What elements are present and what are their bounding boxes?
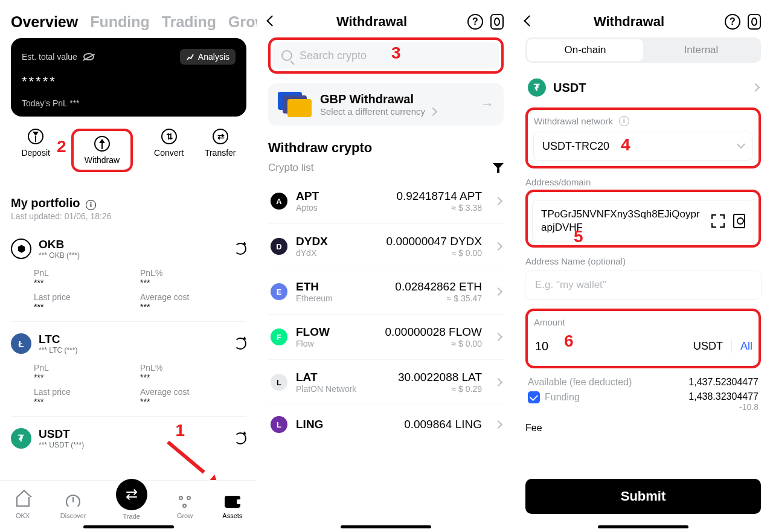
tab-assets-label: Assets <box>222 512 242 519</box>
overview-panel: Overview Funding Trading Grow Est. total… <box>0 0 257 532</box>
amount-all-button[interactable]: All <box>740 340 752 353</box>
funding-label: Funding <box>545 392 580 403</box>
segment-onchain[interactable]: On-chain <box>527 39 643 61</box>
my-portfolio-title: My portfolio <box>11 196 80 210</box>
crypto-list-label: Crypto list <box>268 162 314 174</box>
search-crypto[interactable] <box>273 42 499 69</box>
convert-button[interactable]: ⇅ Convert <box>154 129 184 172</box>
total-value: ***** <box>22 74 236 89</box>
chevron-right-icon <box>495 241 501 252</box>
segment-internal[interactable]: Internal <box>643 39 759 61</box>
coin-amount: 0.00000047 DYDX <box>386 235 482 248</box>
refresh-icon[interactable] <box>234 432 246 444</box>
asset-symbol: LTC <box>39 333 77 346</box>
asset-row[interactable]: ⬢ OKB *** OKB (***) PnL*** PnL%*** Last … <box>11 227 246 312</box>
eye-off-icon[interactable] <box>83 53 94 60</box>
home-indicator <box>598 525 688 528</box>
address-name-input[interactable] <box>534 278 752 292</box>
tab-discover[interactable]: Discover <box>60 494 86 519</box>
asset-subline: *** LTC (***) <box>39 346 77 354</box>
network-select[interactable]: USDT-TRC20 <box>534 132 752 160</box>
funding-checkbox[interactable] <box>528 391 540 403</box>
address-book-icon[interactable] <box>733 214 745 228</box>
coin-item[interactable]: A APT Aptos 0.92418714 APT ≈ $ 3.38 <box>268 179 504 224</box>
address-name-label: Address Name (optional) <box>525 256 761 266</box>
analysis-button[interactable]: Analysis <box>180 49 236 65</box>
coin-item[interactable]: L LING 0.009864 LING <box>268 405 504 444</box>
asset-row[interactable]: ₮ USDT *** USDT (***) <box>11 416 246 449</box>
coin-item[interactable]: E ETH Ethereum 0.02842862 ETH ≈ $ 35.47 <box>268 269 504 315</box>
search-input[interactable] <box>298 49 490 63</box>
chevron-down-icon <box>738 141 744 152</box>
info-icon[interactable]: i <box>86 200 96 210</box>
asset-subline: *** OKB (***) <box>39 251 80 260</box>
tab-trading[interactable]: Trading <box>162 13 216 31</box>
filter-icon[interactable] <box>493 163 504 173</box>
tab-grow[interactable]: Grow <box>228 13 257 31</box>
coin-symbol: APT <box>296 190 319 203</box>
tab-okx[interactable]: OKX <box>15 494 31 519</box>
gbp-withdrawal-card[interactable]: GBP Withdrawal Select a different curren… <box>268 83 504 126</box>
bottom-tabbar: OKX Discover ⇄ Trade Grow Assets <box>0 480 257 532</box>
coin-symbol: LING <box>296 418 323 431</box>
help-icon[interactable]: ? <box>467 14 483 30</box>
coin-item[interactable]: D DYDX dYdX 0.00000047 DYDX ≈ $ 0.00 <box>268 224 504 269</box>
total-value-card: Est. total value Analysis ***** Today's … <box>11 38 246 117</box>
last-updated: Last updated: 01/06, 18:26 <box>11 211 246 221</box>
address-value[interactable]: TPoGrJ5NVNFXny3Sqh8EJiQoyprapjDVHF <box>541 208 703 234</box>
tab-trade[interactable]: ⇄ Trade <box>116 493 147 520</box>
info-icon[interactable]: i <box>619 116 629 126</box>
arrow-right-icon: → <box>481 97 494 112</box>
coin-usd: ≈ $ 35.47 <box>395 293 482 303</box>
convert-label: Convert <box>154 148 184 158</box>
deposit-button[interactable]: Deposit <box>21 129 50 172</box>
withdraw-button[interactable]: Withdraw <box>85 136 120 165</box>
asset-icon: ₮ <box>11 428 31 449</box>
tab-funding[interactable]: Funding <box>90 13 150 31</box>
coin-name: dYdX <box>296 248 328 258</box>
tab-overview[interactable]: Overview <box>11 13 78 31</box>
transfer-button[interactable]: ⇄ Transfer <box>205 129 236 172</box>
chevron-right-icon <box>430 106 436 117</box>
submit-button[interactable]: Submit <box>525 479 761 514</box>
coin-icon: F <box>271 328 287 345</box>
chevron-right-icon <box>495 377 501 388</box>
est-total-value-label: Est. total value <box>22 52 77 62</box>
refresh-icon[interactable] <box>234 243 246 255</box>
coin-icon: L <box>271 416 287 433</box>
refresh-icon[interactable] <box>234 338 246 350</box>
today-pnl-value: *** <box>69 98 79 108</box>
coin-item[interactable]: F FLOW Flow 0.00000028 FLOW ≈ $ 0.00 <box>268 315 504 360</box>
history-icon[interactable] <box>490 14 504 30</box>
network-value: USDT-TRC20 <box>542 140 609 153</box>
tab-discover-label: Discover <box>60 512 86 519</box>
withdraw-label: Withdraw <box>85 155 120 165</box>
tab-assets[interactable]: Assets <box>222 494 242 519</box>
coin-icon: D <box>271 238 287 255</box>
amount-unit: USDT <box>693 340 723 353</box>
back-button[interactable] <box>268 16 276 27</box>
amount-input[interactable] <box>534 339 693 354</box>
coin-name: PlatON Network <box>296 384 356 394</box>
coin-usd: ≈ $ 0.29 <box>398 384 482 394</box>
funding-value: 1,438.32304477 <box>688 391 759 402</box>
withdrawal-type-segment: On-chain Internal <box>525 37 761 63</box>
back-button[interactable] <box>525 16 533 27</box>
address-label: Address/domain <box>525 177 761 187</box>
coin-item[interactable]: L LAT PlatON Network 30.0022088 LAT ≈ $ … <box>268 360 504 405</box>
gbp-title: GBP Withdrawal <box>320 92 471 106</box>
annotation-withdraw-highlight: Withdraw <box>71 129 133 172</box>
coin-usd: ≈ $ 0.00 <box>385 339 482 348</box>
search-icon <box>281 50 292 61</box>
tab-grow[interactable]: Grow <box>177 494 193 519</box>
history-icon[interactable] <box>748 14 761 30</box>
asset-icon: Ł <box>11 333 31 354</box>
help-icon[interactable]: ? <box>725 14 740 30</box>
asset-row[interactable]: Ł LTC *** LTC (***) PnL*** PnL%*** Last … <box>11 321 246 406</box>
coin-symbol: FLOW <box>296 325 330 339</box>
scan-icon[interactable] <box>711 214 725 228</box>
chevron-right-icon <box>752 82 759 93</box>
annotation-2: 2 <box>57 137 66 156</box>
asset-selector[interactable]: ₮ USDT <box>525 74 761 101</box>
tab-grow-label: Grow <box>177 512 193 519</box>
